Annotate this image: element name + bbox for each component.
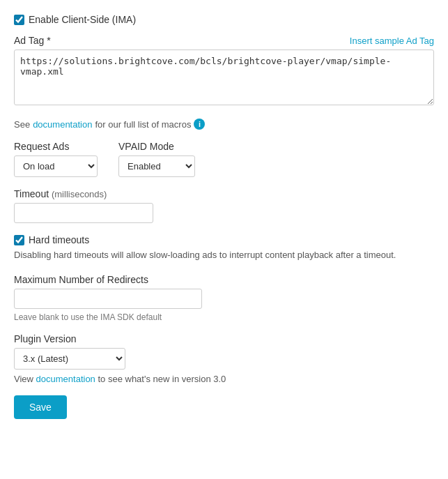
doc-note-suffix: for our full list of macros bbox=[95, 119, 191, 130]
ad-tag-header: Ad Tag * Insert sample Ad Tag bbox=[14, 35, 434, 46]
hard-timeouts-section: Hard timeouts Disabling hard timeouts wi… bbox=[14, 234, 434, 260]
plugin-note-suffix: to see what's new in version 3.0 bbox=[98, 374, 226, 384]
enable-client-side-text: Enable Client-Side (IMA) bbox=[29, 14, 136, 25]
plugin-doc-link[interactable]: documentation bbox=[36, 374, 95, 384]
timeout-unit: (milliseconds) bbox=[52, 189, 107, 199]
max-redirects-label: Maximum Number of Redirects bbox=[14, 274, 434, 285]
request-ads-group: Request Ads On load On play On demand bbox=[14, 141, 98, 177]
ad-tag-section: Ad Tag * Insert sample Ad Tag https://so… bbox=[14, 35, 434, 107]
save-button[interactable]: Save bbox=[14, 395, 67, 419]
hard-timeouts-checkbox[interactable] bbox=[14, 235, 24, 245]
max-redirects-input[interactable] bbox=[14, 289, 202, 309]
doc-note: See documentation for our full list of m… bbox=[14, 119, 434, 130]
save-section: Save bbox=[14, 395, 434, 419]
doc-note-prefix: See bbox=[14, 119, 30, 130]
request-vpaid-row: Request Ads On load On play On demand VP… bbox=[14, 141, 434, 177]
insert-sample-ad-tag-link[interactable]: Insert sample Ad Tag bbox=[350, 36, 434, 46]
request-ads-select[interactable]: On load On play On demand bbox=[14, 155, 98, 177]
ad-tag-input[interactable]: https://solutions.brightcove.com/bcls/br… bbox=[14, 50, 434, 105]
plugin-version-label: Plugin Version bbox=[14, 333, 434, 344]
vpaid-mode-label: VPAID Mode bbox=[118, 141, 195, 152]
enable-client-side-label[interactable]: Enable Client-Side (IMA) bbox=[14, 14, 136, 25]
vpaid-mode-group: VPAID Mode Enabled Disabled Insecure bbox=[118, 141, 195, 177]
ad-tag-label: Ad Tag * bbox=[14, 35, 51, 46]
plugin-version-select[interactable]: 3.x (Latest) 2.x 1.x bbox=[14, 348, 125, 370]
info-icon[interactable]: i bbox=[194, 119, 205, 130]
doc-link[interactable]: documentation bbox=[33, 119, 92, 130]
hard-timeouts-row: Hard timeouts bbox=[14, 234, 434, 245]
enable-client-side-row: Enable Client-Side (IMA) bbox=[14, 14, 434, 25]
vpaid-mode-select[interactable]: Enabled Disabled Insecure bbox=[118, 155, 195, 177]
required-star: * bbox=[47, 35, 50, 46]
plugin-version-section: Plugin Version 3.x (Latest) 2.x 1.x View… bbox=[14, 333, 434, 384]
request-ads-label: Request Ads bbox=[14, 141, 98, 152]
max-redirects-note: Leave blank to use the IMA SDK default bbox=[14, 312, 434, 322]
plugin-note-prefix: View bbox=[14, 374, 36, 384]
hard-timeouts-description: Disabling hard timeouts will allow slow-… bbox=[14, 250, 434, 260]
hard-timeouts-label: Hard timeouts bbox=[29, 234, 89, 245]
plugin-version-note: View documentation to see what's new in … bbox=[14, 374, 434, 384]
timeout-input[interactable]: 4000 bbox=[14, 203, 153, 223]
timeout-label: Timeout (milliseconds) bbox=[14, 188, 434, 199]
enable-client-side-checkbox[interactable] bbox=[14, 15, 24, 25]
timeout-group: Timeout (milliseconds) 4000 bbox=[14, 188, 434, 223]
max-redirects-section: Maximum Number of Redirects Leave blank … bbox=[14, 274, 434, 322]
